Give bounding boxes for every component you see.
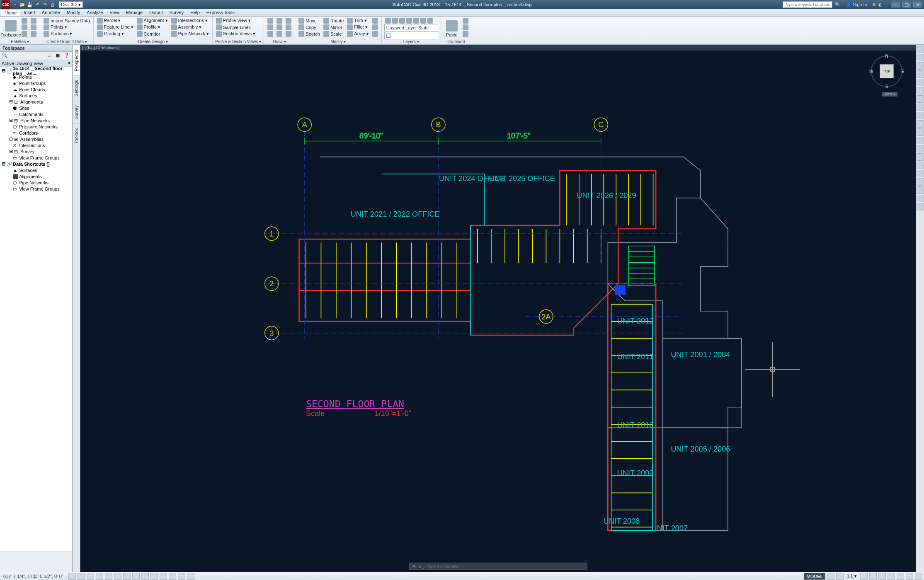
tab-survey[interactable]: Survey <box>166 9 187 16</box>
dyn-toggle[interactable] <box>141 573 149 580</box>
tree-node[interactable]: ◈Point Groups <box>0 80 72 86</box>
sample-lines-button[interactable]: Sample Lines <box>215 24 256 30</box>
move-button[interactable]: Move <box>298 17 321 24</box>
import-survey-data-button[interactable]: Import Survey Data <box>43 17 91 24</box>
am-toggle[interactable] <box>187 573 194 580</box>
side-tab-toolbox[interactable]: Toolbox <box>73 123 80 148</box>
tree-node[interactable]: 〰Catchments <box>0 111 72 117</box>
ducs-toggle[interactable] <box>132 573 140 580</box>
trim--button[interactable]: Trim ▾ <box>346 17 369 24</box>
match-button[interactable] <box>462 31 469 37</box>
profile--button[interactable]: Profile ▾ <box>136 24 169 30</box>
nav-tool-14[interactable] <box>917 153 924 161</box>
rotate-button[interactable]: Rotate <box>323 17 344 24</box>
qp-toggle[interactable] <box>169 573 176 580</box>
profile-view--button[interactable]: Profile View ▾ <box>215 17 256 24</box>
sign-in-button[interactable]: 👤 Sign In <box>843 2 869 7</box>
tab-view[interactable]: View <box>106 9 123 16</box>
tab-annotate[interactable]: Annotate <box>39 9 63 16</box>
grading--button[interactable]: Grading ▾ <box>96 31 134 37</box>
side-tab-settings[interactable]: Settings <box>73 75 80 101</box>
nav-tool-6[interactable] <box>917 87 924 94</box>
search-icon[interactable]: 🔍 <box>835 2 841 7</box>
tree-node[interactable]: ⊟ 📄15-1514 _ Second floor plan _ as... <box>0 68 72 74</box>
tree-node[interactable]: ≡Corridors <box>0 130 72 136</box>
palette-btn-6[interactable] <box>30 31 37 37</box>
palette-btn-2[interactable] <box>21 24 28 30</box>
help-icon[interactable]: ? <box>885 2 888 7</box>
status-tool-r9[interactable] <box>915 573 922 580</box>
palette-btn-3[interactable] <box>21 31 28 37</box>
copy-button[interactable]: Copy <box>298 24 321 30</box>
grid-toggle[interactable] <box>78 573 85 580</box>
minimize-button[interactable]: ─ <box>891 2 900 7</box>
annotation-scale[interactable]: 1:1 ▾ <box>845 573 859 579</box>
surfaces--button[interactable]: Surfaces ▾ <box>43 31 91 37</box>
toolspace-button[interactable]: Toolspace <box>2 17 19 39</box>
tab-modify[interactable]: Modify <box>63 9 83 16</box>
tab-analyze[interactable]: Analyze <box>83 9 106 16</box>
status-tool-r3[interactable] <box>860 573 868 580</box>
pipe-network--button[interactable]: Pipe Network ▾ <box>170 31 210 37</box>
nav-tool-9[interactable] <box>917 112 924 119</box>
tab-express-tools[interactable]: Express Tools <box>203 9 238 16</box>
fillet--button[interactable]: Fillet ▾ <box>346 24 369 30</box>
osnap-toggle[interactable] <box>105 573 112 580</box>
tree-node[interactable]: ⊟ 🔗Data Shortcuts [] <box>0 161 72 167</box>
undo-icon[interactable]: ↶ <box>34 1 41 8</box>
nav-tool-19[interactable] <box>917 195 924 202</box>
stay-connected-icon[interactable]: ◐ <box>878 2 883 7</box>
palette-btn-1[interactable] <box>21 17 28 24</box>
side-tab-survey[interactable]: Survey <box>73 101 80 123</box>
status-tool-r1[interactable] <box>827 573 834 580</box>
tree-node[interactable]: ⬡Pipe Networks <box>0 179 72 186</box>
tree-node[interactable]: ▭View Frame Groups <box>0 155 72 161</box>
copy-clip-button[interactable] <box>462 24 469 30</box>
palette-search-icon[interactable]: 🔍 <box>2 53 8 59</box>
cmdline-close-icon[interactable]: ✕ <box>411 564 417 569</box>
nav-tool-7[interactable] <box>917 95 924 103</box>
tab-insert[interactable]: Insert <box>20 9 39 16</box>
nav-tool-11[interactable] <box>917 128 924 136</box>
tree-node[interactable]: ⊞ ⊞Survey <box>0 148 72 155</box>
alignment--button[interactable]: Alignment ▾ <box>136 17 169 24</box>
tab-home[interactable]: Home <box>1 9 20 16</box>
feature-line--button[interactable]: Feature Line ▾ <box>96 24 134 30</box>
nav-tool-16[interactable] <box>917 170 924 177</box>
wcs-badge[interactable]: WCS ▾ <box>882 92 897 97</box>
nav-tool-4[interactable] <box>917 70 924 78</box>
spline-button[interactable] <box>285 17 292 24</box>
nav-tool-17[interactable] <box>917 178 924 186</box>
paste-button[interactable]: Paste <box>444 17 460 39</box>
palette-btn-4[interactable] <box>30 17 37 24</box>
tab-help[interactable]: Help <box>187 9 203 16</box>
otrack-toggle[interactable] <box>123 573 131 580</box>
lwt-toggle[interactable] <box>150 573 158 580</box>
redo-icon[interactable]: ↷ <box>41 1 48 8</box>
command-input[interactable] <box>427 564 585 569</box>
poly-button[interactable] <box>285 31 292 37</box>
3dosnap-toggle[interactable] <box>114 573 121 580</box>
erase-button[interactable] <box>371 17 379 24</box>
explode-button[interactable] <box>371 24 379 30</box>
tree-node[interactable]: ⬡Pressure Networks <box>0 123 72 130</box>
pline-button[interactable] <box>276 17 283 24</box>
tree-node[interactable]: ⊞ ⊞Assemblies <box>0 136 72 142</box>
tree-node[interactable]: ▲Surfaces <box>0 92 72 99</box>
nav-tool-8[interactable] <box>917 104 924 111</box>
tree-node[interactable]: ⬛Alignments <box>0 173 72 179</box>
cut-button[interactable] <box>462 17 469 24</box>
tree-node[interactable]: ✕Intersections <box>0 142 72 148</box>
tree-node[interactable]: ▲Surfaces <box>0 167 72 173</box>
nav-tool-15[interactable] <box>917 162 924 169</box>
new-icon[interactable]: ▫ <box>12 1 18 8</box>
intersections--button[interactable]: Intersections ▾ <box>170 17 210 24</box>
workspace-selector[interactable]: Civil 3D▾ <box>59 1 83 8</box>
assembly--button[interactable]: Assembly ▾ <box>170 24 210 30</box>
nav-tool-18[interactable] <box>917 186 924 194</box>
section-views--button[interactable]: Section Views ▾ <box>215 31 256 37</box>
nav-tool-3[interactable] <box>917 62 924 70</box>
parcel--button[interactable]: Parcel ▾ <box>96 17 134 24</box>
nav-tool-20[interactable] <box>917 203 924 210</box>
model-button[interactable]: MODEL <box>804 573 825 580</box>
